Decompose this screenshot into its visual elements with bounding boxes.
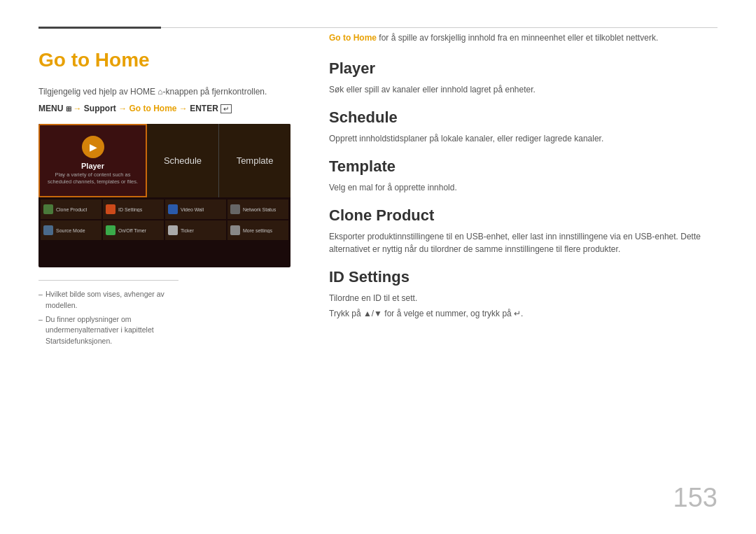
line-dark [38, 27, 161, 29]
screen-mockup: Player Play a variety of content such as… [38, 124, 290, 267]
page-number: 153 [673, 483, 718, 513]
section-desc-id-2: Trykk på ▲/▼ for å velge et nummer, og t… [329, 307, 718, 320]
template-tile: Template [219, 124, 290, 197]
grid-icon-more [230, 225, 240, 235]
section-title-schedule: Schedule [329, 108, 718, 127]
section-desc-clone: Eksporter produktinnstillingene til en U… [329, 230, 718, 255]
grid-icon-video [168, 204, 178, 214]
grid-label-source: Source Mode [56, 228, 85, 233]
enter-icon: ↵ [220, 104, 232, 113]
grid-icon-clone [43, 204, 53, 214]
line-light [161, 27, 718, 28]
grid-icon-source [43, 225, 53, 235]
grid-icon-id [106, 204, 115, 214]
section-title-template: Template [329, 157, 718, 176]
section-desc-player: Søk eller spill av kanaler eller innhold… [329, 83, 718, 96]
arrow3: → [179, 104, 190, 113]
grid-label-id: ID Settings [118, 207, 142, 212]
support-label: Support [84, 104, 116, 113]
grid-item-ticker: Ticker [165, 220, 226, 240]
grid-item-video: Video Wall [165, 199, 226, 219]
footnote-1: Hvilket bilde som vises, avhenger av mod… [38, 289, 178, 311]
grid-label-network: Network Status [243, 207, 276, 212]
go-to-home-path: Go to Home [130, 104, 177, 113]
grid-label-video: Video Wall [181, 207, 204, 212]
menu-icon: ⊞ [66, 105, 74, 113]
schedule-tile-label: Schedule [164, 155, 202, 166]
player-tile-sub: Play a variety of content such as schedu… [46, 171, 140, 185]
menu-label: MENU [38, 104, 63, 113]
section-desc-id-1: Tilordne en ID til et sett. [329, 292, 718, 304]
grid-label-more: More settings [243, 228, 272, 233]
go-to-home-link: Go to Home [329, 33, 377, 43]
grid-icon-network [230, 204, 240, 214]
grid-item-network: Network Status [227, 199, 288, 219]
menu-path: MENU ⊞ → Support → Go to Home → ENTER ↵ [38, 104, 276, 113]
grid-item-clone: Clone Product [41, 199, 102, 219]
right-intro: Go to Home for å spille av forskjellig i… [329, 28, 718, 44]
enter-label: ENTER [190, 104, 218, 113]
right-column: Go to Home for å spille av forskjellig i… [301, 0, 756, 534]
page-title: Go to Home [38, 49, 276, 71]
section-title-player: Player [329, 59, 718, 78]
arrow2: → [118, 104, 129, 113]
grid-icon-ticker [168, 225, 178, 235]
player-tile: Player Play a variety of content such as… [38, 124, 147, 197]
player-play-icon [82, 136, 104, 158]
screen-bottom-grid: Clone Product ID Settings Video Wall Net… [38, 197, 290, 242]
right-intro-rest: for å spille av forskjellig innhold fra … [377, 33, 658, 43]
left-column: Go to Home Tilgjengelig ved hjelp av HOM… [0, 0, 301, 534]
template-tile-label: Template [237, 155, 274, 166]
player-tile-title: Player [81, 162, 104, 170]
grid-item-id: ID Settings [103, 199, 164, 219]
arrow1: → [73, 104, 83, 113]
footnotes: Hvilket bilde som vises, avhenger av mod… [38, 280, 178, 347]
grid-label-ticker: Ticker [181, 228, 194, 233]
grid-label-timer: On/Off Timer [118, 228, 146, 233]
grid-item-more: More settings [227, 220, 288, 240]
footnote-2: Du finner opplysninger om undermenyalter… [38, 314, 178, 347]
section-desc-schedule: Opprett innholdstidsplaner på lokale kan… [329, 132, 718, 145]
intro-text: Tilgjengelig ved hjelp av HOME ⌂-knappen… [38, 85, 276, 98]
schedule-tile: Schedule [147, 124, 219, 197]
section-desc-template: Velg en mal for å opprette innhold. [329, 181, 718, 194]
section-title-id: ID Settings [329, 268, 718, 286]
grid-item-source: Source Mode [41, 220, 102, 240]
section-title-clone: Clone Product [329, 206, 718, 225]
top-decorative-lines [0, 27, 756, 29]
grid-item-timer: On/Off Timer [103, 220, 164, 240]
grid-icon-timer [106, 225, 115, 235]
grid-label-clone: Clone Product [56, 207, 87, 212]
screen-top-bar: Player Play a variety of content such as… [38, 124, 290, 197]
